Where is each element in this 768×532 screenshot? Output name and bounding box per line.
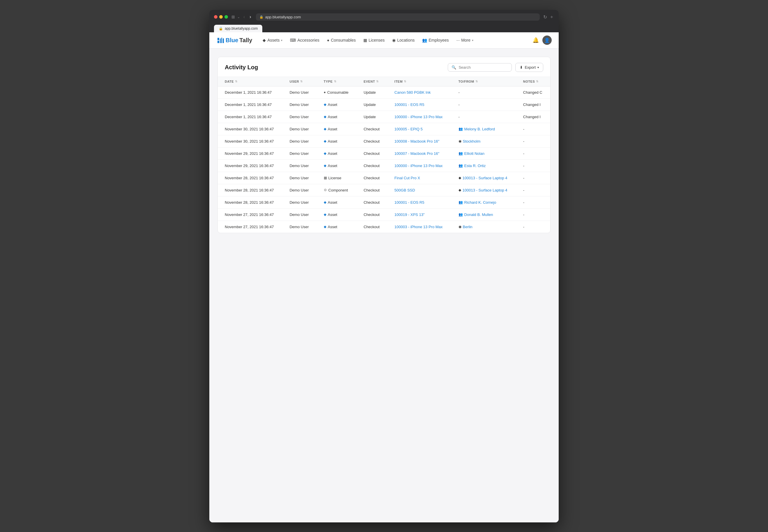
export-button[interactable]: ⬇ Export ▾: [515, 63, 543, 72]
cell-type: ◆Asset: [317, 98, 356, 111]
col-date: DATE ⇅: [218, 77, 283, 86]
cell-item[interactable]: 100007 - Macbook Pro 16": [388, 147, 452, 159]
sort-icon[interactable]: ⇅: [334, 80, 336, 83]
cell-user: Demo User: [283, 123, 317, 135]
sort-icon[interactable]: ⇅: [376, 80, 379, 83]
cell-user: Demo User: [283, 208, 317, 221]
cell-event: Update: [356, 111, 388, 123]
minimize-button[interactable]: [219, 15, 223, 19]
cell-item[interactable]: 100001 - EOS R5: [388, 196, 452, 208]
sort-icon[interactable]: ⇅: [476, 80, 478, 83]
nav-label-locations: Locations: [397, 38, 415, 42]
cell-notes: Changed C: [516, 86, 550, 98]
cell-type: ◆Asset: [317, 111, 356, 123]
item-link[interactable]: 100001 - EOS R5: [395, 102, 425, 107]
refresh-icon[interactable]: ↻: [543, 14, 547, 20]
cell-item[interactable]: 100005 - EPIQ 5: [388, 123, 452, 135]
search-input[interactable]: [459, 65, 508, 70]
cell-item[interactable]: 100000 - iPhone 13 Pro Max: [388, 159, 452, 172]
nav-item-accessories[interactable]: ⌨ Accessories: [286, 36, 322, 45]
cell-to-from[interactable]: 👥Donald B. Mullen: [452, 208, 516, 221]
to-from-link[interactable]: Melony B. Ledford: [464, 127, 495, 131]
table-row: December 1, 2021 16:36:47Demo User●Consu…: [218, 86, 550, 98]
cell-item[interactable]: 100003 - iPhone 13 Pro Max: [388, 221, 452, 233]
cell-to-from[interactable]: ◆100013 - Surface Laptop 4: [452, 172, 516, 184]
cell-to-from[interactable]: ◆100013 - Surface Laptop 4: [452, 184, 516, 196]
cell-type: ◆Asset: [317, 196, 356, 208]
sort-icon[interactable]: ⇅: [536, 80, 539, 83]
sort-icon[interactable]: ⇅: [235, 80, 237, 83]
nav-item-licenses[interactable]: ▦ Licenses: [360, 36, 388, 45]
browser-controls: ⊞ ⌄ ‹ ›: [231, 14, 252, 20]
sort-icon[interactable]: ⇅: [404, 80, 407, 83]
asset-icon: ◆: [324, 102, 326, 107]
sidebar-toggle-icon[interactable]: ⊞: [231, 15, 235, 19]
cell-item[interactable]: 100008 - Macbook Pro 16": [388, 135, 452, 147]
tab-title: app.bluetallyapp.com: [225, 26, 258, 31]
new-tab-icon[interactable]: ＋: [549, 14, 554, 20]
nav-item-employees[interactable]: 👥 Employees: [419, 36, 452, 45]
nav-item-more[interactable]: ··· More ▾: [453, 36, 477, 45]
item-link[interactable]: 100005 - EPIQ 5: [395, 127, 423, 131]
search-icon: 🔍: [452, 65, 456, 70]
active-tab[interactable]: 🔒 app.bluetallyapp.com: [214, 25, 262, 32]
to-from-link[interactable]: Donald B. Mullen: [464, 212, 493, 217]
to-from-link[interactable]: 100013 - Surface Laptop 4: [463, 176, 508, 180]
sort-icon[interactable]: ⇅: [300, 80, 303, 83]
type-label: Component: [328, 188, 348, 192]
item-link[interactable]: 100000 - iPhone 13 Pro Max: [395, 115, 443, 119]
nav-item-assets[interactable]: ◆ Assets ▾: [259, 36, 286, 45]
to-from-link[interactable]: 100013 - Surface Laptop 4: [463, 188, 508, 192]
nav-item-consumables[interactable]: ● Consumables: [323, 36, 359, 45]
back-button[interactable]: ‹: [242, 14, 246, 20]
item-link[interactable]: Canon 580 PGBK Ink: [395, 90, 431, 95]
item-link[interactable]: 100019 - XPS 13": [395, 212, 425, 217]
lock-icon: 🔒: [259, 15, 263, 19]
to-from-link[interactable]: Stockholm: [463, 139, 481, 143]
cell-item[interactable]: 100001 - EOS R5: [388, 98, 452, 111]
asset-icon: ◆: [324, 115, 326, 119]
forward-button[interactable]: ›: [248, 14, 252, 20]
cell-user: Demo User: [283, 98, 317, 111]
address-bar[interactable]: 🔒 app.bluetallyapp.com: [256, 13, 540, 21]
item-link[interactable]: 100007 - Macbook Pro 16": [395, 151, 439, 156]
nav-label-consumables: Consumables: [331, 38, 356, 42]
maximize-button[interactable]: [224, 15, 228, 19]
cell-item[interactable]: Final Cut Pro X: [388, 172, 452, 184]
to-from-link[interactable]: Esta R. Ortiz: [464, 164, 486, 168]
item-link[interactable]: 100000 - iPhone 13 Pro Max: [395, 164, 443, 168]
user-avatar[interactable]: 👤: [542, 36, 552, 45]
cell-item[interactable]: Canon 580 PGBK Ink: [388, 86, 452, 98]
cell-notes: Changed I: [516, 98, 550, 111]
cell-item[interactable]: 100019 - XPS 13": [388, 208, 452, 221]
cell-to-from[interactable]: 👥Richard K. Cornejo: [452, 196, 516, 208]
app-nav: BlueTally ◆ Assets ▾ ⌨ Accessories ● Con…: [209, 32, 559, 49]
cell-to-from[interactable]: ◉Stockholm: [452, 135, 516, 147]
to-from-link[interactable]: Berlin: [463, 225, 473, 229]
to-from-link[interactable]: Elliott Nolan: [464, 151, 485, 156]
cell-to-from: -: [452, 98, 516, 111]
cell-user: Demo User: [283, 86, 317, 98]
item-link[interactable]: 100003 - iPhone 13 Pro Max: [395, 225, 443, 229]
item-link[interactable]: 100001 - EOS R5: [395, 200, 425, 205]
item-link[interactable]: Final Cut Pro X: [395, 176, 420, 180]
item-link[interactable]: 100008 - Macbook Pro 16": [395, 139, 439, 143]
cell-to-from[interactable]: 👥Melony B. Ledford: [452, 123, 516, 135]
notification-button[interactable]: 🔔: [533, 37, 539, 43]
nav-item-locations[interactable]: ◉ Locations: [389, 36, 418, 45]
cell-to-from[interactable]: ◉Berlin: [452, 221, 516, 233]
to-from-link[interactable]: Richard K. Cornejo: [464, 200, 496, 205]
asset-icon: ◆: [324, 164, 326, 168]
close-button[interactable]: [214, 15, 217, 19]
app-logo[interactable]: BlueTally: [216, 36, 252, 44]
table-body: December 1, 2021 16:36:47Demo User●Consu…: [218, 86, 550, 233]
item-link[interactable]: 500GB SSD: [395, 188, 415, 192]
cell-to-from[interactable]: 👥Elliott Nolan: [452, 147, 516, 159]
cell-item[interactable]: 500GB SSD: [388, 184, 452, 196]
col-notes-label: NOTES: [523, 80, 535, 83]
search-box[interactable]: 🔍: [448, 63, 512, 72]
cell-type: ◆Asset: [317, 208, 356, 221]
cell-item[interactable]: 100000 - iPhone 13 Pro Max: [388, 111, 452, 123]
cell-event: Checkout: [356, 221, 388, 233]
cell-to-from[interactable]: 👥Esta R. Ortiz: [452, 159, 516, 172]
